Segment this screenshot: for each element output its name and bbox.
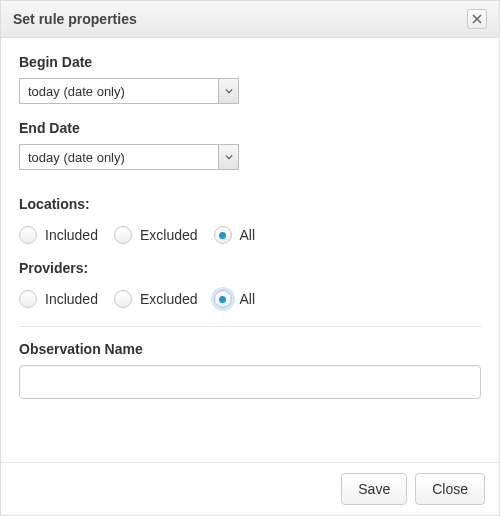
- dialog-header: Set rule properties: [1, 1, 499, 38]
- dialog-footer: Save Close: [1, 462, 499, 515]
- end-date-label: End Date: [19, 120, 481, 136]
- end-date-select[interactable]: today (date only): [19, 144, 239, 170]
- chevron-down-icon: [218, 145, 238, 169]
- dialog-title: Set rule properties: [13, 11, 137, 27]
- locations-radio-all[interactable]: All: [214, 226, 256, 244]
- radio-label: Included: [45, 227, 98, 243]
- close-icon[interactable]: [467, 9, 487, 29]
- radio-icon: [19, 226, 37, 244]
- observation-name-label: Observation Name: [19, 341, 481, 357]
- radio-label: Included: [45, 291, 98, 307]
- locations-label: Locations:: [19, 196, 481, 212]
- radio-icon: [114, 290, 132, 308]
- begin-date-select[interactable]: today (date only): [19, 78, 239, 104]
- observation-name-input[interactable]: [19, 365, 481, 399]
- providers-radio-all[interactable]: All: [214, 290, 256, 308]
- save-button[interactable]: Save: [341, 473, 407, 505]
- divider: [19, 326, 481, 327]
- dialog-body: Begin Date today (date only) End Date to…: [1, 38, 499, 462]
- begin-date-label: Begin Date: [19, 54, 481, 70]
- dialog: Set rule properties Begin Date today (da…: [0, 0, 500, 516]
- chevron-down-icon: [218, 79, 238, 103]
- radio-icon: [114, 226, 132, 244]
- radio-icon: [19, 290, 37, 308]
- begin-date-value: today (date only): [20, 79, 218, 103]
- radio-icon: [214, 290, 232, 308]
- radio-icon: [214, 226, 232, 244]
- providers-radio-excluded[interactable]: Excluded: [114, 290, 198, 308]
- providers-label: Providers:: [19, 260, 481, 276]
- close-button[interactable]: Close: [415, 473, 485, 505]
- locations-radio-excluded[interactable]: Excluded: [114, 226, 198, 244]
- locations-radio-group: Included Excluded All: [19, 226, 481, 244]
- providers-radio-group: Included Excluded All: [19, 290, 481, 308]
- providers-radio-included[interactable]: Included: [19, 290, 98, 308]
- locations-radio-included[interactable]: Included: [19, 226, 98, 244]
- radio-label: Excluded: [140, 227, 198, 243]
- radio-label: All: [240, 291, 256, 307]
- radio-label: All: [240, 227, 256, 243]
- radio-label: Excluded: [140, 291, 198, 307]
- end-date-value: today (date only): [20, 145, 218, 169]
